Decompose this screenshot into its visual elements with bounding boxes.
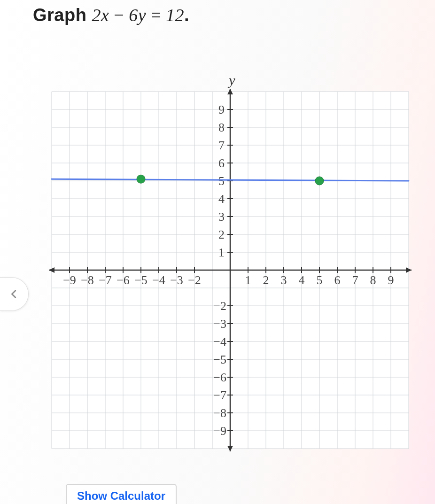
svg-text:−8: −8 xyxy=(81,273,94,287)
svg-text:−8: −8 xyxy=(213,406,226,420)
question-prompt: Graph 2x − 6y = 12. xyxy=(33,5,189,25)
svg-text:−4: −4 xyxy=(152,273,165,287)
svg-text:9: 9 xyxy=(388,273,394,287)
svg-text:4: 4 xyxy=(299,273,305,287)
svg-text:6: 6 xyxy=(334,273,341,287)
svg-text:−5: −5 xyxy=(213,353,226,366)
prompt-lead: Graph xyxy=(33,5,92,25)
svg-text:−9: −9 xyxy=(213,424,226,438)
svg-text:−3: −3 xyxy=(170,273,183,287)
svg-text:6: 6 xyxy=(218,156,225,170)
svg-text:8: 8 xyxy=(218,121,225,134)
chevron-left-icon xyxy=(9,289,19,299)
svg-text:−6: −6 xyxy=(117,273,130,287)
svg-text:−2: −2 xyxy=(188,273,201,287)
svg-text:7: 7 xyxy=(352,273,358,287)
svg-text:y: y xyxy=(227,78,235,88)
control-point-1[interactable] xyxy=(137,175,145,183)
svg-text:7: 7 xyxy=(218,139,225,152)
svg-text:5: 5 xyxy=(218,174,225,188)
page-root: Graph 2x − 6y = 12. −9−8−7−6−5−4−3−21234… xyxy=(0,0,435,504)
svg-text:3: 3 xyxy=(218,210,225,224)
svg-text:−9: −9 xyxy=(63,273,76,287)
svg-text:−2: −2 xyxy=(213,299,226,313)
show-calculator-button[interactable]: Show Calculator xyxy=(66,484,177,504)
svg-text:−7: −7 xyxy=(99,273,112,287)
svg-text:8: 8 xyxy=(370,273,376,287)
svg-text:2: 2 xyxy=(218,228,225,241)
prompt-period: . xyxy=(184,5,189,25)
svg-text:−4: −4 xyxy=(213,335,226,349)
svg-text:9: 9 xyxy=(218,103,225,116)
svg-text:−5: −5 xyxy=(134,273,148,287)
svg-text:−3: −3 xyxy=(213,317,226,331)
prompt-equation: 2x − 6y = 12 xyxy=(92,5,184,25)
svg-text:1: 1 xyxy=(218,246,225,259)
back-button[interactable] xyxy=(0,277,29,311)
svg-text:2: 2 xyxy=(263,273,269,287)
svg-text:1: 1 xyxy=(245,273,251,287)
graph-svg: −9−8−7−6−5−4−3−2123456789123456789−2−3−4… xyxy=(42,78,418,472)
svg-text:−6: −6 xyxy=(213,371,226,384)
svg-text:4: 4 xyxy=(218,192,225,206)
control-point-2[interactable] xyxy=(315,177,324,185)
coordinate-plane[interactable]: −9−8−7−6−5−4−3−2123456789123456789−2−3−4… xyxy=(42,78,418,472)
svg-text:−7: −7 xyxy=(213,388,226,402)
svg-text:3: 3 xyxy=(281,273,287,287)
svg-text:5: 5 xyxy=(317,273,323,287)
